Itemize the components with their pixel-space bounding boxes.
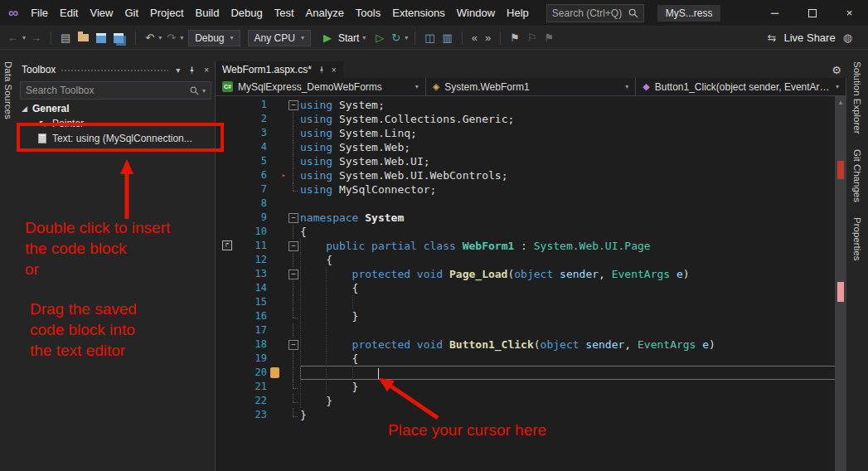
type-dropdown[interactable]: ◈ System.WebForm1 ▾	[426, 78, 637, 95]
code-line[interactable]: 20	[216, 366, 846, 380]
start-debugging-button[interactable]: ▶ Start ▾	[316, 27, 371, 49]
start-without-debugging-icon[interactable]: ▷	[373, 29, 386, 47]
toolbox-item-pointer[interactable]: ↖ Pointer	[17, 116, 215, 131]
code-line[interactable]: 17	[216, 323, 846, 337]
bookmark-icon[interactable]: ⚑	[507, 29, 522, 47]
editor-scrollbar[interactable]: ▴	[835, 96, 846, 471]
chevron-down-icon[interactable]: ▾	[202, 87, 206, 95]
pin-icon[interactable]	[187, 66, 196, 75]
open-file-icon[interactable]	[78, 34, 89, 41]
navigate-forward-icon[interactable]: →	[28, 29, 44, 47]
code-line[interactable]: 22}	[216, 394, 846, 408]
minimize-button[interactable]: ─	[756, 0, 793, 27]
code-line[interactable]: 14{	[216, 281, 846, 295]
split-panel-icon[interactable]: ▥	[440, 29, 455, 47]
menu-item-build[interactable]: Build	[190, 0, 225, 27]
code-line[interactable]: 15	[216, 295, 846, 309]
code-line[interactable]: 21}	[216, 380, 846, 394]
fold-collapse-icon[interactable]	[287, 239, 300, 253]
chevron-down-icon[interactable]: ▾	[158, 34, 162, 41]
line-number: 2	[240, 112, 267, 126]
pin-icon[interactable]	[318, 66, 326, 74]
line-number: 10	[240, 225, 267, 239]
toolbox-section-general[interactable]: ◢ General	[17, 101, 215, 116]
feedback-icon[interactable]: ◍	[841, 29, 855, 47]
indent-icon[interactable]: »	[482, 29, 493, 47]
code-line[interactable]: 7using MySqlConnector;	[216, 182, 846, 197]
fold-guide	[287, 182, 300, 197]
tab-git-changes[interactable]: Git Changes	[852, 149, 862, 202]
menu-item-file[interactable]: File	[25, 0, 54, 27]
menu-item-extensions[interactable]: Extensions	[386, 0, 451, 27]
platform-dropdown[interactable]: Any CPU ▾	[248, 30, 311, 46]
maximize-button[interactable]	[793, 0, 831, 27]
menu-item-project[interactable]: Project	[144, 0, 189, 27]
scroll-up-icon[interactable]: ▴	[835, 96, 846, 108]
code-line[interactable]: ↱11public partial class WebForm1 : Syste…	[216, 239, 846, 253]
menu-item-analyze[interactable]: Analyze	[300, 0, 350, 27]
bookmark-prev-icon[interactable]: ⚐	[525, 29, 540, 47]
member-dropdown[interactable]: ◆ Button1_Click(object sender, EventArgs…	[636, 78, 846, 95]
save-all-icon[interactable]	[114, 33, 124, 43]
drag-grip[interactable]	[61, 69, 168, 73]
code-line[interactable]: 9namespace System	[216, 211, 846, 225]
code-line[interactable]: 16}	[216, 309, 846, 323]
code-editor[interactable]: 1using System;2using System.Collections.…	[216, 96, 846, 471]
project-dropdown[interactable]: C# MySqlExpress_DemoWebForms ▾	[216, 78, 426, 95]
chevron-down-icon[interactable]: ▾	[180, 34, 183, 41]
fold-collapse-icon[interactable]	[287, 211, 300, 225]
code-line[interactable]: 3using System.Linq;	[216, 126, 846, 140]
tab-properties[interactable]: Properties	[852, 217, 862, 260]
menu-item-tools[interactable]: Tools	[350, 0, 386, 27]
save-icon[interactable]	[96, 33, 106, 43]
live-share-button[interactable]: ⇆ Live Share ◍	[765, 29, 863, 47]
chevron-down-icon[interactable]: ▾	[173, 66, 182, 75]
redo-icon[interactable]: ↷	[164, 29, 178, 47]
code-line[interactable]: 4using System.Web;	[216, 140, 846, 154]
outdent-icon[interactable]: «	[469, 29, 480, 47]
menu-item-window[interactable]: Window	[451, 0, 501, 27]
new-item-icon[interactable]: ▤	[58, 29, 73, 47]
menu-item-debug[interactable]: Debug	[225, 0, 268, 27]
bookmark-next-icon[interactable]: ⚑	[542, 29, 557, 47]
menu-item-help[interactable]: Help	[501, 0, 535, 27]
fold-collapse-icon[interactable]	[287, 98, 300, 112]
code-line[interactable]: 8	[216, 197, 846, 211]
chevron-down-icon[interactable]: ▾	[405, 34, 408, 41]
toolbox-item-text-snippet[interactable]: Text: using (MySqlConnection...	[17, 131, 215, 146]
close-tab-icon[interactable]: ×	[332, 66, 337, 75]
tab-solution-explorer[interactable]: Solution Explorer	[852, 61, 862, 134]
code-line[interactable]: 5using System.Web.UI;	[216, 154, 846, 168]
menu-item-view[interactable]: View	[84, 0, 119, 27]
code-line[interactable]: 23}	[216, 408, 846, 422]
margin-glyph-icon[interactable]: ↱	[222, 240, 232, 250]
menu-item-edit[interactable]: Edit	[54, 0, 84, 27]
toolbox-search-input[interactable]: Search Toolbox ▾	[20, 81, 211, 100]
tab-data-sources[interactable]: Data Sources	[3, 61, 13, 119]
fold-guide	[287, 126, 300, 140]
menu-item-test[interactable]: Test	[269, 0, 300, 27]
toolbox-header[interactable]: Toolbox ▾ ×	[17, 61, 215, 78]
code-line[interactable]: 2using System.Collections.Generic;	[216, 112, 846, 126]
code-line[interactable]: 19{	[216, 352, 846, 366]
gear-icon[interactable]: ⚙	[827, 64, 846, 76]
code-line[interactable]: 10{	[216, 225, 846, 239]
undo-icon[interactable]: ↶	[143, 29, 157, 47]
debug-target-dropdown[interactable]: Debug ▾	[188, 30, 240, 46]
code-line[interactable]: 12{	[216, 253, 846, 267]
code-line[interactable]: 18protected void Button1_Click(object se…	[216, 337, 846, 352]
navigate-back-icon[interactable]: ←	[5, 29, 21, 47]
chevron-down-icon[interactable]: ▾	[22, 34, 26, 41]
menu-item-git[interactable]: Git	[119, 0, 144, 27]
close-button[interactable]: ×	[831, 0, 868, 27]
hot-reload-icon[interactable]: ↻	[389, 29, 403, 47]
quick-search-box[interactable]: Search (Ctrl+Q)	[546, 4, 644, 22]
close-panel-icon[interactable]: ×	[201, 66, 211, 75]
fold-collapse-icon[interactable]	[287, 337, 300, 352]
fold-collapse-icon[interactable]	[287, 267, 300, 281]
tab-webform1[interactable]: WebForm1.aspx.cs* ×	[216, 61, 343, 78]
code-line[interactable]: 13protected void Page_Load(object sender…	[216, 267, 846, 281]
code-line[interactable]: 1using System;	[216, 98, 846, 112]
document-panel-icon[interactable]: ◫	[422, 29, 437, 47]
code-line[interactable]: 6▸using System.Web.UI.WebControls;	[216, 168, 846, 182]
